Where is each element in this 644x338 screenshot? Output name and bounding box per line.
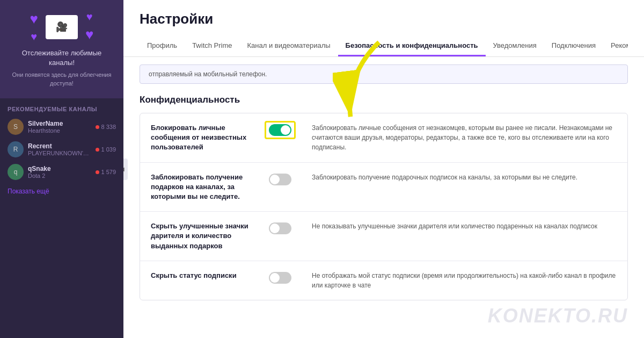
toggle-highlight-1 [269, 124, 291, 136]
main-content: ◀ KONEKTO.RU Настройки Профиль Twitch Pr… [123, 0, 644, 338]
channel-game-qsnake: Dota 2 [28, 172, 91, 179]
avatar-silvername: S [8, 119, 24, 135]
tab-channel[interactable]: Канал и видеоматериалы [240, 36, 338, 56]
toggle-hide-gifter[interactable] [269, 222, 291, 234]
camera-icon: 🎥 [56, 21, 68, 33]
tab-profile[interactable]: Профиль [140, 36, 185, 56]
setting-desc-4: Не отображать мой статус подписки (время… [312, 271, 617, 290]
live-dot-qsnake [96, 170, 99, 174]
promo-visual: ♥ ♥ 🎥 ♥ ♥ [8, 11, 115, 43]
tab-twitch-prime[interactable]: Twitch Prime [185, 36, 239, 56]
setting-toggle-col-4 [269, 271, 301, 284]
avatar-qsnake: q [8, 164, 24, 180]
setting-row-block-messages: Блокировать личные сообщения от неизвест… [140, 113, 627, 163]
sidebar-promo: ♥ ♥ 🎥 ♥ ♥ Отслеживайте любимые каналы! О… [0, 0, 123, 98]
channel-viewers-silvername: 8 338 [96, 124, 116, 130]
settings-tabs: Профиль Twitch Prime Канал и видеоматери… [140, 36, 628, 56]
tab-security[interactable]: Безопасность и конфиденциальность [338, 36, 486, 56]
notification-bar-text: отправляемый на мобильный телефон. [149, 70, 267, 78]
setting-toggle-col-1 [269, 123, 301, 136]
settings-header: Настройки Профиль Twitch Prime Канал и в… [123, 0, 644, 57]
tab-recommendations[interactable]: Рекомендации [603, 36, 628, 56]
toggle-thumb-1 [281, 125, 290, 135]
channel-name-recrent: Recrent [28, 142, 91, 150]
setting-label-col-4: Скрыть статус подписки [151, 271, 258, 281]
toggle-block-gifts[interactable] [269, 174, 291, 185]
toggle-thumb-4 [270, 273, 280, 283]
toggle-thumb-2 [270, 175, 280, 184]
collapse-arrow-button[interactable]: ◀ [123, 159, 128, 180]
setting-label-col-2: Заблокировать получение подарков на кана… [151, 172, 258, 202]
setting-label-4: Скрыть статус подписки [151, 271, 258, 281]
settings-title: Настройки [140, 11, 628, 27]
setting-row-hide-gifter: Скрыть улучшенные значки дарителя и коли… [140, 212, 627, 261]
heart-icon-1: ♥ [30, 11, 38, 27]
sidebar: ♥ ♥ 🎥 ♥ ♥ Отслеживайте любимые каналы! О… [0, 0, 123, 338]
setting-toggle-col-3 [269, 221, 301, 234]
channel-viewers-qsnake: 1 579 [96, 169, 116, 175]
channel-info-recrent: Recrent PLAYERUNKNOWN'S... [28, 142, 91, 156]
toggle-block-messages[interactable] [269, 124, 291, 136]
toggle-hide-sub-status[interactable] [269, 272, 291, 284]
setting-label-3: Скрыть улучшенные значки дарителя и коли… [151, 221, 258, 251]
channel-game-silvername: Hearthstone [28, 127, 91, 134]
channel-game-recrent: PLAYERUNKNOWN'S... [28, 150, 91, 156]
toggle-thumb-3 [270, 224, 280, 233]
channel-info-silvername: SilverName Hearthstone [28, 120, 91, 134]
setting-label-col-3: Скрыть улучшенные значки дарителя и коли… [151, 221, 258, 251]
live-dot-recrent [96, 148, 99, 152]
channel-item-silvername[interactable]: S SilverName Hearthstone 8 338 [0, 116, 123, 138]
channel-info-qsnake: qSnake Dota 2 [28, 165, 91, 179]
privacy-section-title: Конфиденциальность [140, 95, 628, 105]
chevron-left-icon: ◀ [123, 166, 125, 172]
channel-item-recrent[interactable]: R Recrent PLAYERUNKNOWN'S... 1 039 [0, 138, 123, 161]
setting-row-hide-sub-status: Скрыть статус подписки Не отображать мой… [140, 261, 627, 300]
settings-card: Блокировать личные сообщения от неизвест… [140, 113, 628, 300]
channel-name-silvername: SilverName [28, 120, 91, 127]
notification-bar: отправляемый на мобильный телефон. [140, 64, 628, 84]
channel-viewers-recrent: 1 039 [96, 146, 116, 153]
setting-label-1: Блокировать личные сообщения от неизвест… [151, 123, 258, 153]
setting-desc-2: Заблокировать получение подарочных подпи… [312, 172, 617, 182]
setting-row-block-gifts: Заблокировать получение подарков на кана… [140, 163, 627, 212]
setting-desc-3: Не показывать улучшенные значки дарителя… [312, 221, 617, 231]
channel-name-qsnake: qSnake [28, 165, 91, 172]
tab-connections[interactable]: Подключения [544, 36, 603, 56]
setting-desc-1: Заблокировать личные сообщения от незнак… [312, 123, 617, 152]
heart-icon-4: ♥ [85, 26, 93, 43]
heart-icon-3: ♥ [86, 11, 93, 23]
settings-body: отправляемый на мобильный телефон. Конфи… [123, 57, 644, 338]
tab-notifications[interactable]: Уведомления [486, 36, 544, 56]
channel-placeholder: 🎥 [46, 15, 78, 39]
setting-label-2: Заблокировать получение подарков на кана… [151, 172, 258, 202]
live-dot-silvername [96, 125, 99, 129]
setting-toggle-col-2 [269, 172, 301, 185]
heart-icon-2: ♥ [31, 31, 37, 43]
recommended-channels-title: Рекомендуемые каналы [0, 98, 123, 116]
promo-sub-text: Они появятся здесь для облегчения доступ… [8, 71, 115, 88]
promo-main-text: Отслеживайте любимые каналы! [8, 48, 115, 68]
channel-item-qsnake[interactable]: q qSnake Dota 2 1 579 [0, 161, 123, 183]
avatar-recrent: R [8, 141, 24, 157]
setting-label-col-1: Блокировать личные сообщения от неизвест… [151, 123, 258, 153]
show-more-button[interactable]: Показать ещё [0, 183, 123, 199]
